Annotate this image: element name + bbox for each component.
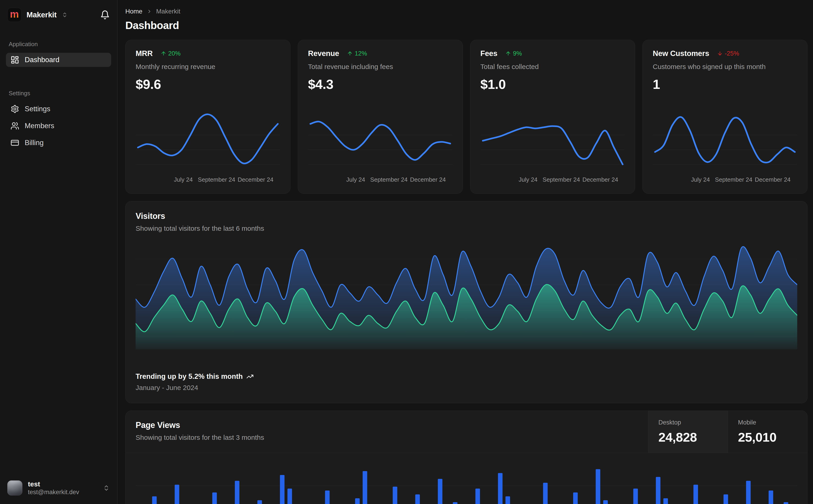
toggle-value: 24,828 [659, 430, 718, 445]
toggle-value: 25,010 [738, 430, 797, 445]
sidebar: m Makerkit Application Dashboard Setting… [0, 0, 117, 504]
sparkline-x-axis: July 24 September 24 December 24 [136, 174, 280, 184]
page-views-subtitle: Showing total visitors for the last 3 mo… [136, 434, 638, 441]
chevrons-up-down-icon [103, 485, 110, 491]
stat-cards-row: MRR 20% Monthly recurring revenue $9.6 J… [125, 40, 808, 194]
workspace-switcher[interactable]: m Makerkit [6, 6, 111, 23]
dashboard-grid-icon [11, 56, 19, 64]
sidebar-item-settings[interactable]: Settings [6, 102, 111, 116]
page-views-card: Page Views Showing total visitors for th… [125, 411, 808, 504]
user-avatar [7, 480, 22, 496]
users-icon [11, 122, 19, 130]
sidebar-item-members[interactable]: Members [6, 119, 111, 133]
main-content: Home Makerkit Dashboard MRR 20% Monthly … [117, 0, 813, 504]
user-info: test test@makerkit.dev [28, 480, 79, 496]
sidebar-item-dashboard[interactable]: Dashboard [6, 53, 111, 67]
mrr-sparkline [136, 109, 280, 173]
stat-card-revenue: Revenue 12% Total revenue including fees… [298, 40, 463, 194]
sidebar-item-label: Members [25, 122, 54, 130]
workspace-name: Makerkit [27, 11, 57, 19]
chevron-right-icon [146, 9, 152, 14]
x-tick: December 24 [755, 176, 791, 183]
user-menu[interactable]: test test@makerkit.dev [6, 478, 111, 498]
visitors-title: Visitors [136, 211, 797, 221]
new-customers-sparkline [653, 109, 797, 173]
gear-icon [11, 105, 19, 113]
page-views-title: Page Views [136, 420, 638, 430]
x-tick: December 24 [582, 176, 618, 183]
credit-card-icon [11, 138, 19, 147]
sidebar-item-label: Dashboard [25, 56, 59, 64]
stat-subtitle: Monthly recurring revenue [136, 63, 280, 71]
breadcrumb-home-link[interactable]: Home [125, 8, 142, 15]
user-email: test@makerkit.dev [28, 488, 79, 496]
section-label-application: Application [9, 41, 108, 48]
x-tick: July 24 [519, 176, 537, 183]
app-root: m Makerkit Application Dashboard Setting… [0, 0, 813, 504]
sparkline-x-axis: July 24 September 24 December 24 [480, 174, 625, 184]
page-views-bar-chart [136, 459, 797, 504]
sparkline-chart: July 24 September 24 December 24 [136, 109, 280, 184]
stat-value: $1.0 [480, 77, 625, 92]
visitors-date-range: January - June 2024 [136, 384, 797, 392]
page-title: Dashboard [125, 19, 808, 32]
stat-title: New Customers [653, 49, 709, 58]
x-tick: July 24 [174, 176, 192, 183]
stat-subtitle: Total fees collected [480, 63, 625, 71]
chevrons-up-down-icon [62, 12, 68, 18]
x-tick: December 24 [238, 176, 273, 183]
breadcrumb-current: Makerkit [156, 8, 180, 15]
arrow-up-icon [160, 50, 166, 56]
visitors-footer: Trending up by 5.2% this month January -… [136, 372, 797, 393]
sparkline-chart: July 24 September 24 December 24 [653, 109, 797, 184]
stat-subtitle: Total revenue including fees [308, 63, 453, 71]
visitors-trend-text: Trending up by 5.2% this month [136, 372, 243, 381]
trend-badge: 9% [505, 50, 522, 57]
user-name: test [28, 480, 79, 488]
x-tick: September 24 [715, 176, 752, 183]
x-tick: July 24 [691, 176, 710, 183]
stat-card-mrr: MRR 20% Monthly recurring revenue $9.6 J… [125, 40, 291, 194]
trend-badge: 20% [160, 50, 181, 57]
sidebar-item-label: Billing [25, 139, 44, 147]
trend-value: -25% [725, 50, 739, 57]
toggle-mobile[interactable]: Mobile 25,010 [728, 411, 807, 453]
toggle-label: Mobile [738, 419, 797, 426]
trend-value: 9% [513, 50, 522, 57]
revenue-sparkline [308, 109, 453, 173]
x-tick: July 24 [346, 176, 365, 183]
stat-card-fees: Fees 9% Total fees collected $1.0 July 2… [470, 40, 635, 194]
trending-up-icon [246, 373, 254, 380]
section-label-settings: Settings [9, 90, 108, 97]
fees-sparkline [480, 109, 625, 173]
makerkit-logo: m [7, 8, 21, 22]
bell-icon [100, 10, 110, 20]
trend-badge: -25% [717, 50, 739, 57]
sparkline-chart: July 24 September 24 December 24 [308, 109, 453, 184]
arrow-down-icon [717, 50, 723, 56]
sparkline-chart: July 24 September 24 December 24 [480, 109, 625, 184]
x-tick: September 24 [543, 176, 580, 183]
notifications-button[interactable] [100, 10, 110, 20]
x-tick: December 24 [410, 176, 446, 183]
toggle-label: Desktop [659, 419, 718, 426]
page-views-header: Page Views Showing total visitors for th… [125, 411, 807, 453]
stat-subtitle: Customers who signed up this month [653, 63, 797, 71]
sidebar-item-label: Settings [25, 105, 50, 113]
stat-title: MRR [136, 49, 153, 58]
sidebar-item-billing[interactable]: Billing [6, 136, 111, 150]
stat-title: Revenue [308, 49, 339, 58]
sparkline-x-axis: July 24 September 24 December 24 [308, 174, 453, 184]
trend-badge: 12% [347, 50, 367, 57]
trend-value: 20% [168, 50, 181, 57]
sparkline-x-axis: July 24 September 24 December 24 [653, 174, 797, 184]
arrow-up-icon [505, 50, 511, 56]
stat-card-new-customers: New Customers -25% Customers who signed … [643, 40, 808, 194]
stat-value: $4.3 [308, 77, 453, 92]
trend-value: 12% [355, 50, 367, 57]
stat-title: Fees [480, 49, 497, 58]
visitors-card: Visitors Showing total visitors for the … [125, 201, 808, 403]
toggle-desktop[interactable]: Desktop 24,828 [648, 411, 728, 453]
breadcrumb: Home Makerkit [125, 8, 808, 15]
logo-letter: m [10, 9, 19, 19]
